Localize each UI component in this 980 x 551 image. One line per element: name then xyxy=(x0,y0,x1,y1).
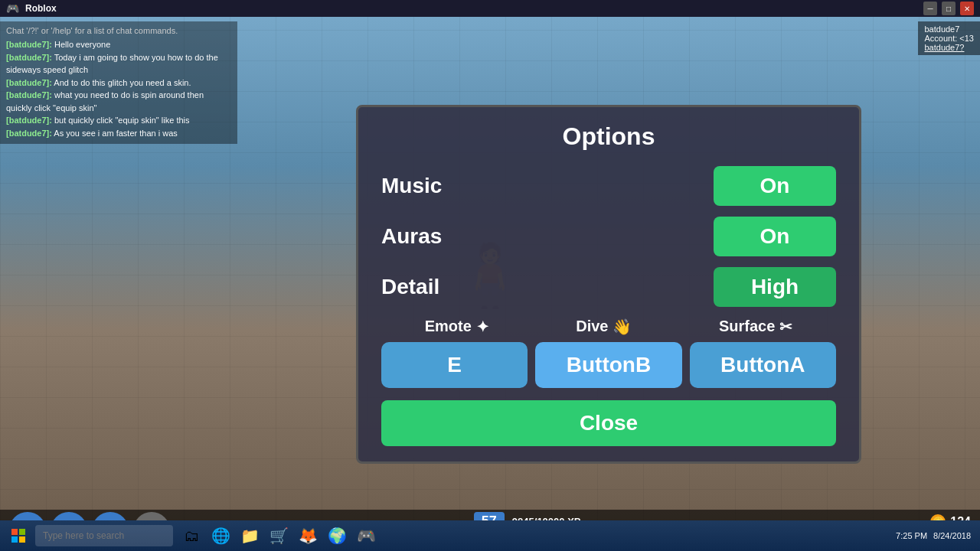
taskbar-app-firefox[interactable]: 🦊 xyxy=(294,522,322,549)
taskbar-search[interactable] xyxy=(35,525,173,546)
music-toggle[interactable]: On xyxy=(714,166,836,206)
options-modal: Options Music On Auras On Detail High Em… xyxy=(356,105,861,464)
roblox-icon: 🎮 xyxy=(6,2,19,15)
surface-icon: ✂ xyxy=(779,318,792,336)
taskbar-app-edge[interactable]: 🌍 xyxy=(323,522,351,549)
taskbar-app-files[interactable]: 🗂 xyxy=(178,522,205,549)
taskbar-app-folder[interactable]: 📁 xyxy=(236,522,263,549)
auras-label: Auras xyxy=(381,224,442,249)
titlebar-title: Roblox xyxy=(25,3,57,14)
dive-key-button[interactable]: ButtonB xyxy=(535,342,681,388)
chat-message: [batdude7]: what you need to do is spin … xyxy=(6,89,231,114)
taskbar-app-roblox[interactable]: 🎮 xyxy=(352,522,380,549)
chat-messages: [batdude7]: Hello everyone[batdude7]: To… xyxy=(6,38,231,139)
music-label: Music xyxy=(381,174,442,198)
emote-icon: ✦ xyxy=(476,318,489,336)
taskbar-time: 7:25 PM xyxy=(896,531,927,540)
chat-message: [batdude7]: And to do this glitch you ne… xyxy=(6,77,231,90)
detail-label: Detail xyxy=(381,275,439,299)
svg-rect-2 xyxy=(11,536,18,543)
emote-key-button[interactable]: E xyxy=(381,342,528,388)
auras-row: Auras On xyxy=(381,217,836,256)
titlebar: 🎮 Roblox ─ □ ✕ xyxy=(0,0,980,17)
action-labels-row: Emote ✦ Dive 👋 Surface ✂ xyxy=(381,318,836,336)
chat-hint: Chat '/?!' or '/help' for a list of chat… xyxy=(6,26,231,35)
taskbar-date: 8/24/2018 xyxy=(933,531,971,540)
close-window-button[interactable]: ✕ xyxy=(960,2,974,15)
taskbar-app-store[interactable]: 🛒 xyxy=(265,522,292,549)
titlebar-left: 🎮 Roblox xyxy=(6,2,57,15)
titlebar-controls: ─ □ ✕ xyxy=(923,2,974,15)
modal-overlay: Options Music On Auras On Detail High Em… xyxy=(237,17,980,551)
chat-message: [batdude7]: As you see i am faster than … xyxy=(6,127,231,140)
detail-row: Detail High xyxy=(381,267,836,307)
music-row: Music On xyxy=(381,166,836,206)
minimize-button[interactable]: ─ xyxy=(923,2,937,15)
surface-label: Surface ✂ xyxy=(719,318,792,336)
options-title: Options xyxy=(381,122,836,151)
taskbar-apps: 🗂 🌐 📁 🛒 🦊 🌍 🎮 xyxy=(178,522,380,549)
chat-message: [batdude7]: but quickly click "equip ski… xyxy=(6,114,231,127)
windows-taskbar: 🗂 🌐 📁 🛒 🦊 🌍 🎮 7:25 PM 8/24/2018 xyxy=(0,520,980,551)
maximize-button[interactable]: □ xyxy=(942,2,956,15)
key-buttons-row: E ButtonB ButtonA xyxy=(381,342,836,388)
chat-message: [batdude7]: Today i am going to show you… xyxy=(6,51,231,77)
detail-toggle[interactable]: High xyxy=(714,267,836,307)
svg-rect-1 xyxy=(19,529,25,535)
svg-rect-0 xyxy=(11,529,18,535)
taskbar-right: 7:25 PM 8/24/2018 xyxy=(896,531,977,540)
chat-message: [batdude7]: Hello everyone xyxy=(6,38,231,51)
dive-icon: 👋 xyxy=(612,318,632,336)
svg-rect-3 xyxy=(19,536,25,543)
close-options-button[interactable]: Close xyxy=(381,400,836,446)
dive-label: Dive 👋 xyxy=(576,318,632,336)
auras-toggle[interactable]: On xyxy=(714,217,836,256)
surface-key-button[interactable]: ButtonA xyxy=(690,342,836,388)
chat-panel: Chat '/?!' or '/help' for a list of chat… xyxy=(0,21,237,144)
start-button[interactable] xyxy=(3,522,34,549)
taskbar-app-ie[interactable]: 🌐 xyxy=(207,522,234,549)
emote-label: Emote ✦ xyxy=(425,318,489,336)
